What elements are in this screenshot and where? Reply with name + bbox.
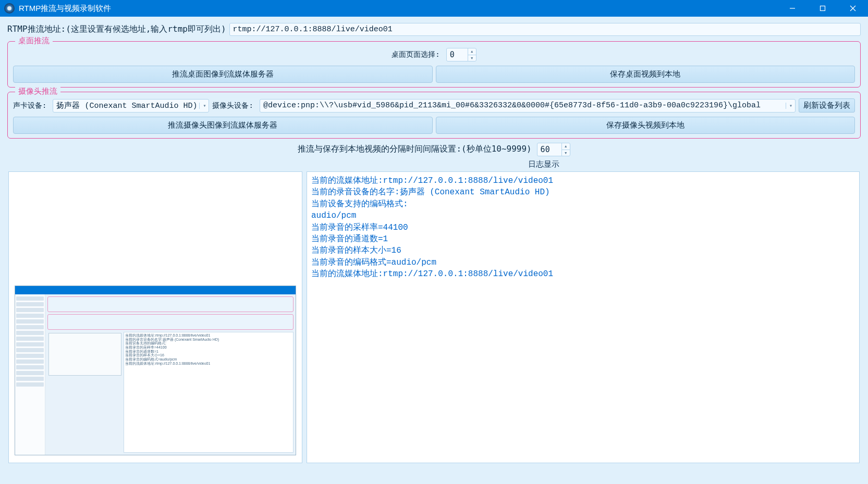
spinner-up-icon[interactable]: ▲ xyxy=(468,48,476,55)
interval-spinner[interactable]: ▲ ▼ xyxy=(537,143,570,156)
log-line: 当前设备支持的编码格式: xyxy=(311,198,855,210)
camera-stream-group: 摄像头推流 声卡设备: 扬声器 (Conexant SmartAudio HD)… xyxy=(7,92,861,139)
spinner-down-icon[interactable]: ▼ xyxy=(562,150,570,156)
save-camera-button[interactable]: 保存摄像头视频到本地 xyxy=(436,117,855,134)
refresh-devices-button[interactable]: 刷新设备列表 xyxy=(799,98,855,113)
camera-device-label: 摄像头设备: xyxy=(212,101,253,110)
desktop-page-spinner[interactable]: ▲ ▼ xyxy=(446,48,476,61)
desktop-page-value[interactable] xyxy=(447,48,468,61)
log-line: 当前录音的编码格式=audio/pcm xyxy=(311,257,855,268)
camera-device-select[interactable]: @device:pnp:\\?\usb#vid_5986&pid_2113&mi… xyxy=(260,99,796,113)
maximize-button[interactable] xyxy=(808,0,838,17)
audio-device-select[interactable]: 扬声器 (Conexant SmartAudio HD) ▾ xyxy=(53,99,209,113)
window-titlebar: RTMP推流与视频录制软件 xyxy=(0,0,868,17)
log-line: 当前录音的通道数=1 xyxy=(311,233,855,245)
log-line: 当前录音的采样率=44100 xyxy=(311,222,855,233)
log-line: 当前录音的样本大小=16 xyxy=(311,245,855,256)
camera-device-value: @device:pnp:\\?\usb#vid_5986&pid_2113&mi… xyxy=(263,101,784,110)
preview-thumbnail: 当前的流媒体地址:rtmp://127.0.0.1:8888/live/vide… xyxy=(15,286,296,455)
log-line: 当前的流媒体地址:rtmp://127.0.0.1:8888/live/vide… xyxy=(311,175,855,187)
audio-device-value: 扬声器 (Conexant SmartAudio HD) xyxy=(56,101,197,110)
push-camera-button[interactable]: 推流摄像头图像到流媒体服务器 xyxy=(13,117,433,134)
splitter-handle[interactable] xyxy=(305,355,309,463)
desktop-page-label: 桌面页面选择: xyxy=(392,50,439,59)
push-desktop-button[interactable]: 推流桌面图像到流媒体服务器 xyxy=(13,66,433,83)
chevron-down-icon: ▾ xyxy=(786,103,794,109)
save-desktop-button[interactable]: 保存桌面视频到本地 xyxy=(436,66,855,83)
svg-rect-1 xyxy=(821,6,825,11)
chevron-down-icon: ▾ xyxy=(199,103,207,109)
desktop-group-title: 桌面推流 xyxy=(15,36,53,46)
log-line: audio/pcm xyxy=(311,210,855,221)
desktop-stream-group: 桌面推流 桌面页面选择: ▲ ▼ 推流桌面图像到流媒体服务器 保存桌面视频到本地 xyxy=(7,41,861,88)
log-line: 当前的录音设备的名字:扬声器 (Conexant SmartAudio HD) xyxy=(311,187,855,198)
log-output[interactable]: 当前的流媒体地址:rtmp://127.0.0.1:8888/live/vide… xyxy=(307,171,860,463)
close-button[interactable] xyxy=(838,0,868,17)
video-preview-pane: 当前的流媒体地址:rtmp://127.0.0.1:8888/live/vide… xyxy=(8,171,302,463)
camera-group-title: 摄像头推流 xyxy=(15,86,60,96)
interval-value[interactable] xyxy=(537,143,561,156)
audio-device-label: 声卡设备: xyxy=(13,101,46,110)
log-line: 当前的流媒体地址:rtmp://127.0.0.1:8888/live/vide… xyxy=(311,268,855,280)
app-icon xyxy=(4,3,15,14)
spinner-down-icon[interactable]: ▼ xyxy=(468,55,476,61)
rtmp-url-input[interactable] xyxy=(229,23,861,36)
rtmp-url-label: RTMP推流地址:(这里设置有候选地址,输入rtmp即可列出) xyxy=(7,24,226,35)
interval-label: 推流与保存到本地视频的分隔时间间隔设置:(秒单位10~9999) xyxy=(298,144,531,154)
log-title: 日志显示 xyxy=(226,159,861,169)
spinner-up-icon[interactable]: ▲ xyxy=(562,143,570,150)
minimize-button[interactable] xyxy=(777,0,808,17)
window-title: RTMP推流与视频录制软件 xyxy=(19,4,111,14)
